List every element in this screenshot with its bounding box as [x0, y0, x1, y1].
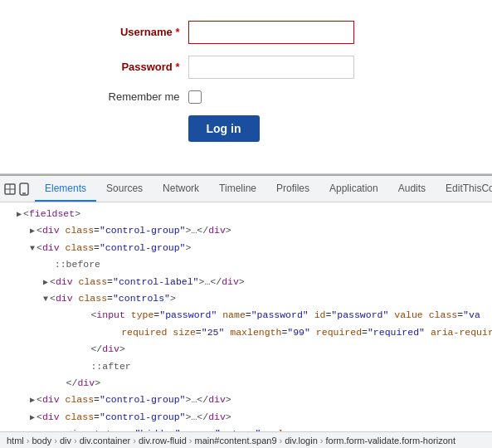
html-controls-open[interactable]: <div class="controls">: [0, 290, 492, 307]
username-required: *: [175, 26, 179, 38]
username-input[interactable]: [188, 21, 354, 44]
triangle-cg3[interactable]: [30, 396, 35, 405]
tab-elements[interactable]: Elements: [35, 176, 96, 202]
html-div-close-2[interactable]: </div>: [0, 375, 492, 392]
remember-checkbox[interactable]: [188, 90, 202, 104]
html-control-label[interactable]: <div class="control-label">…</div>: [0, 274, 492, 290]
html-control-group-2-open[interactable]: <div class="control-group">: [0, 240, 492, 256]
html-control-group-3[interactable]: <div class="control-group">…</div>: [0, 392, 492, 408]
triangle-cg2[interactable]: [30, 244, 35, 253]
html-input-password-1[interactable]: <input type="password" name="password" i…: [0, 307, 492, 324]
html-control-group-1[interactable]: <div class="control-group">…</div>: [0, 222, 492, 239]
tab-application[interactable]: Application: [319, 176, 388, 202]
tab-audits[interactable]: Audits: [388, 176, 436, 202]
html-fieldset-open[interactable]: <fieldset>: [0, 206, 492, 222]
triangle-cg1[interactable]: [30, 226, 35, 236]
password-label: Password *: [97, 61, 188, 73]
inspect-element-icon[interactable]: [3, 179, 17, 199]
password-input[interactable]: [188, 56, 354, 79]
devtools-toolbar: Elements Sources Network Timeline Profil…: [0, 176, 492, 202]
html-div-close-1[interactable]: </div>: [0, 341, 492, 358]
tab-network[interactable]: Network: [153, 176, 209, 202]
breadcrumb-main-content[interactable]: main#content.span9: [193, 436, 279, 446]
username-row: Username *: [97, 21, 396, 44]
remember-row: Remember me: [97, 90, 396, 104]
html-after-pseudo[interactable]: ::after: [0, 358, 492, 375]
page-preview: Username * Password * Remember me Log in: [0, 0, 492, 174]
html-input-hidden-return-1[interactable]: <input type="hidden" name="return" value…: [0, 426, 492, 431]
devtools-panel: Elements Sources Network Timeline Profil…: [0, 174, 492, 448]
login-form: Username * Password * Remember me Log in: [72, 4, 421, 170]
triangle-cl[interactable]: [43, 278, 48, 287]
tab-sources[interactable]: Sources: [96, 176, 153, 202]
tab-editthiscookie[interactable]: EditThisCookie: [436, 176, 492, 202]
devtools-tabs: Elements Sources Network Timeline Profil…: [35, 176, 492, 202]
tab-timeline[interactable]: Timeline: [209, 176, 266, 202]
password-row: Password *: [97, 56, 396, 79]
breadcrumb-div1[interactable]: div: [58, 436, 73, 446]
remember-label: Remember me: [97, 90, 188, 103]
device-mode-icon[interactable]: [18, 179, 30, 199]
devtools-statusbar: html › body › div › div.container › div.…: [0, 431, 492, 448]
login-button[interactable]: Log in: [188, 115, 260, 142]
breadcrumb-div-row-fluid[interactable]: div.row-fluid: [137, 436, 188, 446]
triangle-cg4[interactable]: [30, 413, 35, 422]
tab-profiles[interactable]: Profiles: [266, 176, 319, 202]
html-control-group-4[interactable]: <div class="control-group">…</div>: [0, 409, 492, 426]
breadcrumb-html[interactable]: html: [5, 436, 26, 446]
breadcrumb-div-container[interactable]: div.container: [78, 436, 133, 446]
devtools-html-content: <fieldset> <div class="control-group">…<…: [0, 202, 492, 431]
breadcrumb-body[interactable]: body: [30, 436, 53, 446]
password-required: *: [175, 61, 179, 73]
breadcrumb-div-login[interactable]: div.login: [283, 436, 319, 446]
triangle-fieldset[interactable]: [17, 210, 22, 219]
submit-row: Log in: [97, 115, 396, 142]
username-label: Username *: [97, 26, 188, 38]
html-before-pseudo[interactable]: ::before: [0, 256, 492, 273]
breadcrumb-form[interactable]: form.form-validate.form-horizont: [324, 436, 457, 446]
triangle-controls[interactable]: [43, 295, 48, 304]
html-input-password-2[interactable]: required size="25" maxlength="99" requir…: [0, 324, 492, 341]
